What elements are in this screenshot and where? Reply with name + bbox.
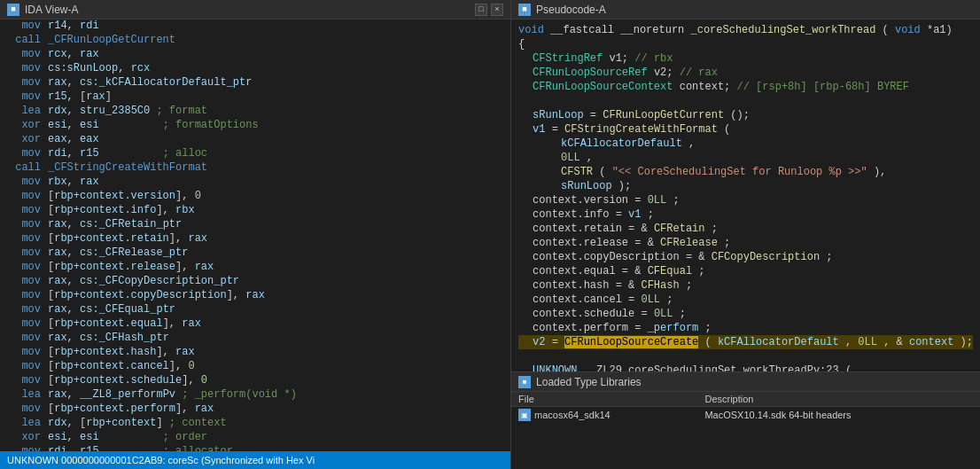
pseudo-panel-title-left: ■ Pseudocode-A <box>518 4 606 16</box>
pseudo-line-kcfalloc: kCFAllocatorDefault , <box>518 137 973 151</box>
mnemonic: xor <box>4 431 48 443</box>
pseudo-line-v1-assign: v1 = CFStringCreateWithFormat ( <box>518 122 973 137</box>
mnemonic: mov <box>4 147 48 160</box>
ida-line-4: mov cs:sRunLoop, rcx <box>0 62 510 76</box>
operands: rcx, rax <box>48 48 507 60</box>
loaded-libs-titlebar: ■ Loaded Type Libraries <box>511 372 980 392</box>
pseudo-line-blank2 <box>518 349 973 363</box>
operands: [rbp+context.equal], rax <box>48 317 507 330</box>
var-srunloop2: sRunLoop <box>561 180 612 192</box>
ida-line-3: mov rcx, rax <box>0 48 510 62</box>
label-unknown: UNKNOWN <box>533 364 577 371</box>
pseudo-line-ctx-decl: CFRunLoopSourceContext context; // [rsp+… <box>518 80 973 94</box>
mnemonic: mov <box>4 76 48 89</box>
op-semi2: ); <box>618 180 631 192</box>
op-semi7: ; <box>826 251 832 263</box>
op-comma3: , <box>845 336 858 348</box>
operands: rdi, r15 ; alloc <box>48 147 507 160</box>
ida-line-28: mov [rbp+context.perform], rax <box>0 403 510 417</box>
op-paren3: ( <box>705 336 712 348</box>
ida-line-15: mov rax, cs:_CFRetain_ptr <box>0 218 510 232</box>
mnemonic: mov <box>4 289 48 301</box>
libs-table-row-0[interactable]: ▣ macosx64_sdk14 MacOSX10.14.sdk 64-bit … <box>511 407 980 424</box>
op-ctx-info: context.info = <box>533 208 628 221</box>
libs-filename: macosx64_sdk14 <box>534 410 611 420</box>
ida-line-11: call _CFStringCreateWithFormat <box>0 161 510 176</box>
ida-minimize-button[interactable]: □ <box>475 4 487 16</box>
op-ctx: context; <box>680 81 737 93</box>
op-eq3: = <box>552 336 564 348</box>
op-amp: , & <box>883 336 903 348</box>
pseudo-line-ctx-schedule: context.schedule = 0LL ; <box>518 307 973 321</box>
op-comma2: , <box>587 152 593 164</box>
op-paren2: ( <box>724 123 730 136</box>
operands: r14, rdi <box>48 20 507 32</box>
mnemonic: mov <box>4 176 48 188</box>
op-semi13: ); <box>961 336 973 348</box>
op-semi11: ; <box>680 308 686 320</box>
mnemonic: lea <box>4 388 48 401</box>
pseudo-line-ctx-equal: context.equal = & CFEqual ; <box>518 264 973 278</box>
kw-void: void <box>518 24 544 36</box>
operands: [rbp+context.release], rax <box>48 261 507 273</box>
ida-line-29: lea rdx, [rbp+context] ; context <box>0 417 510 431</box>
ida-panel-inner: mov r14, rdi call _CFRunLoopGetCurrent m… <box>0 20 510 451</box>
num-0ll3: 0LL <box>641 293 660 306</box>
fn-cfequal: CFEqual <box>648 265 692 277</box>
mnemonic: call <box>4 34 48 46</box>
type-cfstringref: CFStringRef <box>533 52 603 65</box>
pseudo-line-blank1 <box>518 94 973 108</box>
operands: [rbp+context.version], 0 <box>48 190 507 202</box>
op-semi5: ; <box>712 223 718 235</box>
op-v1: v1; <box>609 52 634 65</box>
mnemonic: lea <box>4 105 48 117</box>
mnemonic: mov <box>4 90 48 103</box>
libs-table-header-row: File Description <box>511 392 980 407</box>
libs-row-desc: MacOSX10.14.sdk 64-bit headers <box>697 407 980 424</box>
op-ctx-release: context.release = & <box>533 237 654 249</box>
type-ctx: CFRunLoopSourceContext <box>533 81 673 93</box>
ida-code-scroll[interactable]: mov r14, rdi call _CFRunLoopGetCurrent m… <box>0 20 510 451</box>
libs-table-container[interactable]: File Description ▣ macosx64_sdk14 <box>511 392 980 469</box>
mnemonic: lea <box>4 417 48 429</box>
op-semi12: ; <box>704 322 711 334</box>
ida-line-18: mov [rbp+context.release], rax <box>0 261 510 275</box>
ida-line-21: mov rax, cs:_CFEqual_ptr <box>0 303 510 317</box>
op-semi8: ; <box>698 265 704 277</box>
mnemonic: mov <box>4 190 48 202</box>
ida-line-20: mov [rbp+context.copyDescription], rax <box>0 289 510 303</box>
op-ctx-hash: context.hash = & <box>533 279 634 292</box>
ida-line-1: mov r14, rdi <box>0 20 510 34</box>
pseudo-line-cfstr: CFSTR ( "<< CoreSchedulingSet for Runloo… <box>518 165 973 179</box>
op-v2: v2; <box>654 66 680 79</box>
type-cfrunloopsourceref: CFRunLoopSourceRef <box>533 66 648 79</box>
op-unknown: __ZL29_coreSchedulingSet_workThreadPv:23… <box>584 364 852 371</box>
libs-file-cell: ▣ macosx64_sdk14 <box>518 409 690 421</box>
var-context: context <box>909 336 953 348</box>
pseudo-line-brace-open: { <box>518 37 973 51</box>
operands: rax, cs:_CFRetain_ptr <box>48 218 507 231</box>
mnemonic: mov <box>4 403 48 415</box>
pseudo-line-srunloop2: sRunLoop ); <box>518 179 973 193</box>
ida-close-button[interactable]: × <box>491 4 503 16</box>
ida-status-bar: UNKNOWN 0000000000001C2AB9: coreSc (Sync… <box>0 451 510 469</box>
op-cfstr-paren: ( <box>599 166 605 178</box>
pseudo-code-area[interactable]: void __fastcall __noreturn _coreScheduli… <box>511 20 980 371</box>
pseudo-line-v1-decl: CFStringRef v1; // rbx <box>518 51 973 66</box>
libs-row-file: ▣ macosx64_sdk14 <box>511 407 697 424</box>
operands: [rbp+context.hash], rax <box>48 346 507 358</box>
ida-line-30: xor esi, esi ; order <box>0 431 510 445</box>
mnemonic: mov <box>4 48 48 60</box>
comment-rbx: // rbx <box>634 52 673 65</box>
mnemonic: mov <box>4 261 48 273</box>
mnemonic: call <box>4 161 48 174</box>
operands: rax, cs:_CFRelease_ptr <box>48 246 507 259</box>
main-container: ■ IDA View-A □ × mov r14, rdi call _CFRu… <box>0 0 980 469</box>
operands: rbx, rax <box>48 176 507 188</box>
operands: [rbp+context.copyDescription], rax <box>48 289 507 301</box>
pseudo-line-0ll: 0LL , <box>518 151 973 165</box>
op-eq1: = <box>590 109 603 121</box>
op-semi3: ; <box>673 194 679 207</box>
op-fastcall: __fastcall __noreturn <box>550 24 690 36</box>
var-v1-2: v1 <box>628 208 641 221</box>
